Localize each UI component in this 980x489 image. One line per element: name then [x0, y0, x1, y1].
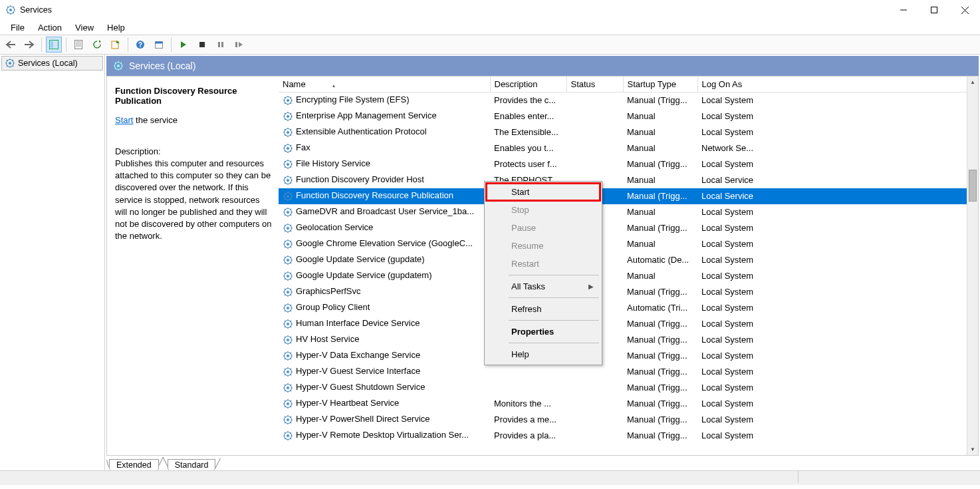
stop-button[interactable] — [194, 37, 210, 53]
table-row[interactable]: Enterprise App Management ServiceEnables… — [279, 108, 978, 124]
cell-startup: Manual (Trigg... — [623, 380, 697, 396]
maximize-button[interactable] — [919, 0, 949, 20]
cell-name: Human Interface Device Service — [279, 316, 490, 332]
cell-logon: Local System — [697, 92, 978, 108]
gear-icon — [283, 127, 293, 138]
new-window-button[interactable] — [151, 37, 167, 53]
menu-action[interactable]: Action — [31, 21, 68, 34]
gear-icon — [283, 367, 293, 377]
close-button[interactable] — [949, 0, 980, 20]
col-status[interactable]: Status — [566, 77, 623, 92]
gear-icon — [283, 239, 293, 249]
cell-name: File History Service — [279, 156, 490, 172]
table-row[interactable]: GameDVR and Broadcast User Service_1ba..… — [279, 204, 978, 220]
col-startup[interactable]: Startup Type — [623, 77, 697, 92]
tree-item-services-local[interactable]: Services (Local) — [1, 56, 103, 71]
table-row[interactable]: Hyper-V Guest Service InterfaceManual (T… — [279, 364, 978, 380]
cell-startup: Manual — [623, 268, 697, 284]
scroll-down-arrow[interactable]: ▼ — [967, 444, 978, 455]
table-row[interactable]: Group Policy ClientgAutomatic (Tri...Loc… — [279, 300, 978, 316]
cell-logon: Local System — [697, 300, 978, 316]
cell-startup: Manual (Trigg... — [623, 284, 697, 300]
cell-logon: Local System — [697, 396, 978, 412]
table-row[interactable]: Function Discovery Provider HostThe FDPH… — [279, 172, 978, 188]
sort-asc-icon: ▴ — [332, 82, 335, 88]
table-row[interactable]: Hyper-V Heartbeat ServiceMonitors the ..… — [279, 396, 978, 412]
cell-name: Hyper-V PowerShell Direct Service — [279, 412, 490, 428]
menu-view[interactable]: View — [68, 21, 100, 34]
table-row[interactable]: Google Update Service (gupdatem)ManualLo… — [279, 268, 978, 284]
scroll-thumb[interactable] — [969, 170, 977, 202]
cell-status — [566, 108, 623, 124]
col-logon[interactable]: Log On As — [697, 77, 978, 92]
cell-logon: Local System — [697, 252, 978, 268]
tab-standard[interactable]: Standard — [168, 459, 216, 470]
forward-button[interactable] — [21, 37, 37, 53]
context-menu-help[interactable]: Help — [486, 345, 600, 363]
menu-help[interactable]: Help — [100, 21, 132, 34]
svg-rect-24 — [156, 42, 163, 44]
table-row[interactable]: GraphicsPerfSvcManual (Trigg...Local Sys… — [279, 284, 978, 300]
gear-icon — [283, 207, 293, 218]
table-row[interactable]: Function Discovery Resource PublicationP… — [279, 188, 978, 204]
scroll-up-arrow[interactable]: ▲ — [967, 77, 978, 88]
export-button[interactable] — [108, 37, 124, 53]
play-button[interactable] — [176, 37, 191, 53]
gear-icon — [283, 95, 293, 106]
context-menu-properties[interactable]: Properties — [486, 323, 600, 341]
table-row[interactable]: Google Chrome Elevation Service (GoogleC… — [279, 236, 978, 252]
col-name[interactable]: Name▴ — [279, 77, 490, 92]
start-link[interactable]: Start — [115, 115, 133, 125]
vertical-scrollbar[interactable]: ▲ ▼ — [967, 77, 978, 455]
start-suffix: the service — [133, 115, 177, 125]
cell-name: Hyper-V Data Exchange Service — [279, 348, 490, 364]
title-bar: Services — [0, 0, 980, 20]
gear-icon — [283, 399, 293, 409]
refresh-button[interactable] — [89, 37, 105, 53]
col-description[interactable]: Description — [490, 77, 566, 92]
cell-description: Provides a pla... — [490, 428, 566, 444]
table-row[interactable]: Hyper-V Guest Shutdown ServiceManual (Tr… — [279, 380, 978, 396]
table-row[interactable]: Hyper-V PowerShell Direct ServiceProvide… — [279, 412, 978, 428]
svg-rect-11 — [931, 7, 937, 13]
cell-status — [566, 140, 623, 156]
cell-startup: Manual (Trigg... — [623, 348, 697, 364]
table-row[interactable]: File History ServiceProtects user f...Ma… — [279, 156, 978, 172]
cell-status — [566, 156, 623, 172]
cell-name: Google Update Service (gupdatem) — [279, 268, 490, 284]
cell-name: Function Discovery Provider Host — [279, 172, 490, 188]
table-row[interactable]: HV Host ServiceManual (Trigg...Local Sys… — [279, 332, 978, 348]
restart-button[interactable] — [231, 37, 247, 53]
table-row[interactable]: Hyper-V Remote Desktop Virtualization Se… — [279, 428, 978, 444]
properties-button[interactable] — [70, 37, 86, 53]
gear-icon — [283, 175, 293, 186]
cell-description: Enables you t... — [490, 140, 566, 156]
table-row[interactable]: Geolocation ServicegManual (Trigg...Loca… — [279, 220, 978, 236]
gear-icon — [283, 159, 293, 170]
tab-extended[interactable]: Extended — [109, 459, 159, 470]
main-area: Services (Local) Services (Local) Functi… — [0, 55, 980, 470]
table-row[interactable]: Hyper-V Data Exchange ServiceManual (Tri… — [279, 348, 978, 364]
show-tree-button[interactable] — [46, 37, 62, 53]
table-row[interactable]: Encrypting File System (EFS)Provides the… — [279, 92, 978, 108]
cell-status — [566, 412, 623, 428]
menu-file[interactable]: File — [4, 21, 31, 34]
context-menu-start[interactable]: Start — [486, 183, 600, 201]
table-row[interactable]: FaxEnables you t...ManualNetwork Se... — [279, 140, 978, 156]
table-row[interactable]: Human Interface Device ServiceManual (Tr… — [279, 316, 978, 332]
context-menu-resume: Resume — [486, 237, 600, 255]
pause-button[interactable] — [213, 37, 229, 53]
minimize-button[interactable] — [888, 0, 919, 20]
context-menu-all-tasks[interactable]: All Tasks▶ — [486, 277, 600, 295]
cell-startup: Manual (Trigg... — [623, 332, 697, 348]
cell-name: Enterprise App Management Service — [279, 108, 490, 124]
cell-logon: Local System — [697, 428, 978, 444]
table-row[interactable]: Google Update Service (gupdate)Automatic… — [279, 252, 978, 268]
back-button[interactable] — [3, 37, 19, 53]
tree-item-label: Services (Local) — [18, 59, 78, 68]
table-row[interactable]: Extensible Authentication ProtocolThe Ex… — [279, 124, 978, 140]
context-menu-refresh[interactable]: Refresh — [486, 300, 600, 318]
help-button[interactable]: ? — [132, 37, 148, 53]
cell-name: Fax — [279, 140, 490, 156]
cell-logon: Local System — [697, 268, 978, 284]
